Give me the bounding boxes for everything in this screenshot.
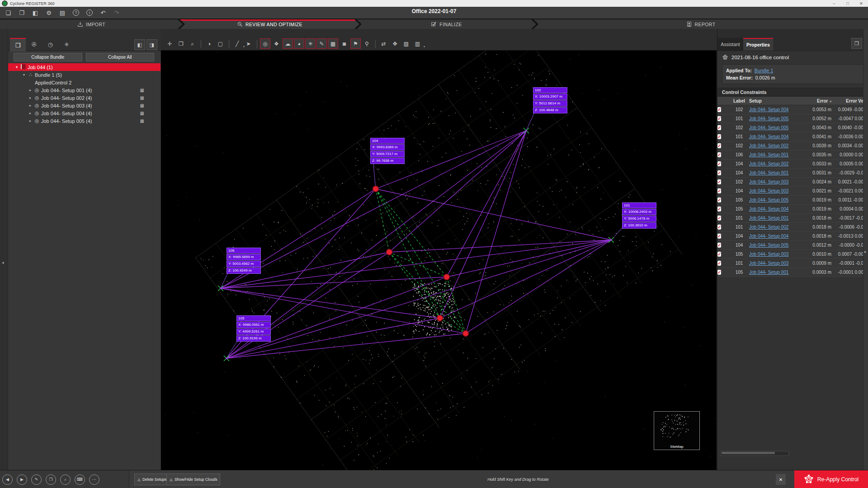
color-mode-icon[interactable]: ◑ bbox=[204, 38, 214, 49]
setup-node[interactable] bbox=[444, 274, 450, 280]
workflow-step-report[interactable]: REPORT bbox=[533, 19, 868, 29]
image-badge-icon[interactable]: ▦ bbox=[140, 95, 144, 100]
constraint-row[interactable]: ✓105Job 044- Setup 0030.0010 m0.0007 -0.… bbox=[717, 250, 863, 259]
row-checkbox[interactable]: ✓ bbox=[717, 116, 721, 121]
expander-icon[interactable]: ▸ bbox=[27, 119, 33, 123]
workflow-step-finalize[interactable]: FINALIZE bbox=[357, 19, 536, 29]
constraint-row[interactable]: ✓101Job 044- Setup 0010.0018 m-0.0017 -0… bbox=[717, 214, 863, 223]
setup-node[interactable] bbox=[373, 186, 379, 192]
column-header[interactable]: Error▾ bbox=[808, 99, 835, 103]
setup-link[interactable]: Job 044- Setup 002 bbox=[749, 143, 788, 148]
constraint-row[interactable]: ✓105Job 044- Setup 0010.0003 m-0.0001 0.… bbox=[717, 268, 863, 277]
collapse-sidebar-handle[interactable]: ◂ bbox=[2, 260, 4, 265]
draw-link-icon[interactable]: ✎ bbox=[316, 38, 327, 49]
constraint-row[interactable]: ✓101Job 044- Setup 0050.0052 m-0.0047 0.… bbox=[717, 114, 863, 123]
workflow-step-import[interactable]: IMPORT bbox=[0, 19, 183, 29]
setup-link[interactable]: Job 044- Setup 001 bbox=[749, 216, 788, 221]
show-images-icon[interactable]: ▦ bbox=[328, 38, 338, 49]
undo-icon[interactable]: ↶ bbox=[98, 8, 108, 17]
delete-setups-button[interactable]: ◬ Delete Setups bbox=[134, 474, 170, 485]
move-axes-icon[interactable]: ✥ bbox=[390, 38, 400, 49]
tree-item[interactable]: ▾Job 044 (1) bbox=[8, 63, 160, 71]
show-geotags-icon[interactable]: ⚑ bbox=[350, 38, 361, 49]
setup-link[interactable]: Job 044- Setup 002 bbox=[749, 225, 788, 230]
constraint-row[interactable]: ✓104Job 044- Setup 0050.0012 m-0.0000 -0… bbox=[717, 241, 863, 250]
image-badge-icon[interactable]: ▦ bbox=[140, 111, 144, 116]
control-point-label[interactable]: 101X: 10008.2403 mY: 5006.1478 mZ: 100.3… bbox=[622, 202, 656, 229]
row-checkbox[interactable]: ✓ bbox=[717, 152, 721, 157]
layout-panels-icon[interactable]: ▥▾ bbox=[412, 38, 423, 49]
collapse-tree-icon[interactable]: ◨ bbox=[146, 39, 157, 50]
setup-node[interactable] bbox=[437, 315, 443, 321]
maximize-button[interactable]: □ bbox=[841, 1, 854, 6]
tab-properties[interactable]: Properties bbox=[743, 38, 773, 51]
tree-item[interactable]: ▸◎Job 044- Setup 002 (4)▦ bbox=[8, 94, 160, 102]
publish-icon[interactable]: ◧ bbox=[30, 8, 41, 17]
sitemap-minimap[interactable]: SiteMap bbox=[654, 411, 700, 450]
control-point-label[interactable]: 104X: 9993.8369 mY: 5009.7217 mZ: 99.763… bbox=[370, 138, 405, 164]
tab-history[interactable]: ◷ bbox=[42, 38, 58, 51]
setup-link[interactable]: Job 044- Setup 002 bbox=[749, 161, 788, 166]
setup-link[interactable]: Job 044- Setup 001 bbox=[749, 170, 788, 175]
expander-icon[interactable]: ▾ bbox=[14, 65, 20, 69]
row-checkbox[interactable]: ✓ bbox=[717, 252, 721, 257]
row-checkbox[interactable]: ✓ bbox=[717, 234, 721, 239]
open-project-icon[interactable]: ❏ bbox=[3, 8, 14, 17]
tree-item[interactable]: ▸◎Job 044- Setup 004 (4)▦ bbox=[8, 109, 160, 117]
control-point-label[interactable]: 105X: 9986.0561 mY: 4999.5261 mZ: 100.91… bbox=[236, 315, 271, 342]
expander-icon[interactable]: ▸ bbox=[27, 88, 33, 92]
show-tags-icon[interactable]: ❖ bbox=[271, 38, 282, 49]
collapse-properties-handle[interactable]: ▸ bbox=[864, 249, 867, 254]
measure-icon[interactable]: ╱▾ bbox=[232, 38, 242, 49]
setup-link[interactable]: Job 044- Setup 001 bbox=[749, 270, 788, 275]
redo-icon[interactable]: ↷ bbox=[111, 8, 122, 17]
tree-item[interactable]: ▾∴Bundle 1 (5) bbox=[8, 71, 160, 79]
pick-point-icon[interactable]: ➤ bbox=[243, 38, 254, 49]
constraint-row[interactable]: ✓104Job 044- Setup 0030.0021 m-0.0021 0.… bbox=[717, 187, 863, 196]
row-checkbox[interactable]: ✓ bbox=[717, 206, 721, 211]
swap-links-icon[interactable]: ⇄ bbox=[378, 38, 389, 49]
row-checkbox[interactable]: ✓ bbox=[717, 216, 721, 221]
row-checkbox[interactable]: ✓ bbox=[717, 197, 721, 202]
duplicate-view-icon[interactable]: ❐ bbox=[176, 38, 186, 49]
constraint-row[interactable]: ✓104Job 044- Setup 0010.0031 m-0.0029 -0… bbox=[717, 169, 863, 178]
expander-icon[interactable]: ▸ bbox=[27, 111, 33, 115]
row-checkbox[interactable]: ✓ bbox=[717, 188, 721, 193]
annotate-icon[interactable]: ✎ bbox=[31, 474, 42, 485]
panel-layout-icon[interactable]: ❐ bbox=[851, 38, 862, 49]
show-control-icon[interactable]: ✳ bbox=[305, 38, 316, 49]
expander-icon[interactable]: ▸ bbox=[27, 103, 33, 108]
constraint-row[interactable]: ✓105Job 044- Setup 0050.0019 m0.0011 -0.… bbox=[717, 196, 863, 205]
tab-project-explorer[interactable]: ❒ bbox=[10, 38, 26, 52]
control-point-label[interactable]: 102X: 10003.2907 mY: 5012.6614 mZ: 100.4… bbox=[533, 87, 567, 114]
nav-forward-icon[interactable]: ▶ bbox=[17, 474, 27, 485]
setup-link[interactable]: Job 044- Setup 004 bbox=[749, 206, 788, 211]
settings-icon[interactable]: ⚙ bbox=[43, 8, 54, 17]
sort-arrow-icon[interactable]: ▾ bbox=[830, 100, 831, 103]
show-setups-icon[interactable]: ◎ bbox=[260, 38, 270, 49]
multi-select-icon[interactable]: ✛ bbox=[165, 38, 175, 49]
column-header[interactable]: Setup bbox=[749, 99, 808, 103]
row-checkbox[interactable]: ✓ bbox=[717, 179, 721, 184]
find-icon[interactable]: ⌕ bbox=[60, 474, 71, 485]
setup-link[interactable]: Job 044- Setup 003 bbox=[749, 252, 788, 257]
constraint-row[interactable]: ✓101Job 044- Setup 0040.0041 m-0.0036 0.… bbox=[717, 132, 863, 141]
collapse-all-button[interactable]: Collapse All bbox=[86, 53, 155, 61]
setup-link[interactable]: Job 044- Setup 003 bbox=[749, 179, 788, 184]
more-options-icon[interactable]: ⋯ bbox=[89, 474, 99, 485]
setup-node[interactable] bbox=[463, 331, 469, 337]
setup-link[interactable]: Job 044- Setup 004 bbox=[749, 134, 788, 139]
close-button[interactable]: ✕ bbox=[854, 1, 868, 6]
row-checkbox[interactable]: ✓ bbox=[717, 143, 721, 148]
setup-link[interactable]: Job 044- Setup 001 bbox=[749, 152, 788, 157]
constraint-row[interactable]: ✓102Job 044- Setup 0030.0024 m0.0021 -0.… bbox=[717, 178, 863, 187]
snapshot-icon[interactable]: ▧ bbox=[401, 38, 411, 49]
help-icon[interactable]: ? bbox=[71, 8, 81, 17]
bundle-link[interactable]: Bundle 1 bbox=[755, 68, 773, 73]
control-point-label[interactable]: 106X: 9985.5859 mY: 5003.4562 mZ: 100.92… bbox=[226, 248, 261, 274]
pano-view-icon[interactable]: ⚲ bbox=[362, 38, 372, 49]
dropdown-arrow-icon[interactable]: ▾ bbox=[424, 45, 425, 48]
zoom-window-icon[interactable]: ⌕ bbox=[187, 38, 198, 49]
layout-views-icon[interactable]: ❐ bbox=[46, 474, 56, 485]
tree-item[interactable]: ▸◎Job 044- Setup 001 (4)▦ bbox=[8, 86, 160, 94]
